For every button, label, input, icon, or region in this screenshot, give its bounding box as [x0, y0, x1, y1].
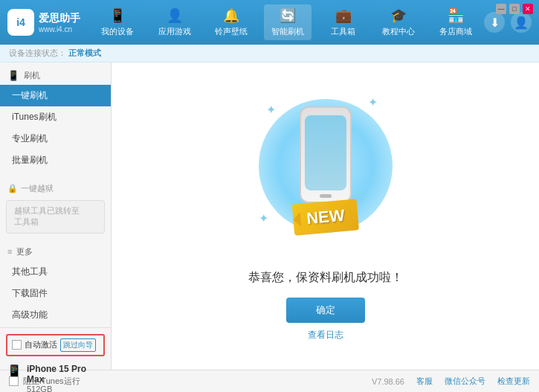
sidebar-group-flash-header: 📱 刷机 [0, 66, 111, 85]
close-button[interactable]: ✕ [523, 4, 533, 14]
log-link[interactable]: 查看日志 [308, 329, 343, 341]
phone-home-button [320, 194, 332, 198]
nav-flash-label: 智能刷机 [271, 26, 304, 37]
status-prefix: 设备连接状态： [9, 48, 66, 57]
status-value: 正常模式 [68, 48, 101, 57]
logo-icon: i4 [7, 9, 34, 36]
new-ribbon: NEW [291, 199, 359, 235]
sidebar: 📱 刷机 一键刷机 iTunes刷机 专业刷机 批量刷机 🔒 一键越狱 越狱工具… [0, 62, 112, 370]
sidebar-item-batch-flash[interactable]: 批量刷机 [0, 150, 111, 171]
footer-right: V7.98.66 客服 微信公众号 检查更新 [372, 376, 530, 387]
sidebar-section-more: ≡ 更多 其他工具 下载固件 高级功能 [0, 242, 111, 326]
phone-illustration: ✦ ✦ ✦ NEW [251, 91, 400, 255]
footer-link-update[interactable]: 检查更新 [497, 376, 530, 387]
nav-apps-games[interactable]: 👤 应用游戏 [151, 4, 199, 40]
sidebar-item-itunes-flash[interactable]: iTunes刷机 [0, 106, 111, 128]
locked-label: 一键越狱 [21, 183, 54, 194]
locked-hint: 越狱工具已跳转至 工具箱 [6, 200, 105, 234]
app-name: 爱思助手 [39, 12, 80, 25]
business-icon: 🏪 [448, 7, 464, 24]
stop-itunes-label: 阻止iTunes运行 [23, 376, 80, 387]
toolbox-icon: 💼 [335, 7, 352, 24]
logo-area: i4 爱思助手 www.i4.cn [7, 9, 89, 36]
phone-screen [305, 115, 346, 190]
auto-activate-row: 自动激活 跳过向导 [6, 334, 105, 356]
main-layout: 📱 刷机 一键刷机 iTunes刷机 专业刷机 批量刷机 🔒 一键越狱 越狱工具… [0, 62, 539, 370]
nav-toolbox-label: 工具箱 [331, 26, 355, 37]
skip-wizard-button[interactable]: 跳过向导 [60, 338, 96, 352]
footer-left: 阻止iTunes运行 [9, 376, 80, 387]
sidebar-item-other-tools[interactable]: 其他工具 [0, 261, 111, 283]
logo-text: 爱思助手 www.i4.cn [39, 12, 80, 33]
nav-my-device-label: 我的设备 [101, 26, 134, 37]
flash-group-icon: 📱 [7, 70, 19, 81]
sidebar-group-flash-label: 刷机 [24, 70, 40, 81]
nav-toolbox[interactable]: 💼 工具箱 [321, 4, 366, 40]
version-label: V7.98.66 [372, 377, 404, 386]
apps-icon: 👤 [167, 7, 183, 24]
minimize-button[interactable]: — [496, 4, 506, 14]
sidebar-item-download-firmware[interactable]: 下载固件 [0, 283, 111, 304]
sparkle-1-icon: ✦ [266, 103, 276, 117]
nav-ringtones-label: 铃声壁纸 [215, 26, 248, 37]
nav-tutorial-label: 教程中心 [382, 26, 415, 37]
nav-my-device[interactable]: 📱 我的设备 [94, 4, 141, 40]
nav-smart-flash[interactable]: 🔄 智能刷机 [264, 4, 312, 40]
header-right: ⬇ 👤 [484, 12, 532, 33]
new-ribbon-text: NEW [306, 205, 345, 227]
footer-link-service[interactable]: 客服 [416, 376, 433, 387]
my-device-icon: 📱 [109, 7, 126, 24]
new-banner: NEW [291, 199, 359, 235]
sparkle-3-icon: ✦ [259, 211, 268, 225]
logo-initial: i4 [16, 16, 25, 28]
app-header: i4 爱思助手 www.i4.cn 📱 我的设备 👤 应用游戏 🔔 铃声壁纸 🔄… [0, 0, 539, 45]
ringtone-icon: 🔔 [223, 7, 239, 24]
maximize-button[interactable]: □ [509, 4, 520, 14]
sparkle-2-icon: ✦ [368, 95, 378, 109]
lock-icon: 🔒 [7, 184, 18, 193]
sidebar-item-advanced[interactable]: 高级功能 [0, 304, 111, 326]
download-button[interactable]: ⬇ [484, 12, 505, 33]
success-title: 恭喜您，保资料刷机成功啦！ [248, 270, 403, 286]
auto-activate-label: 自动激活 [25, 339, 57, 350]
app-url: www.i4.cn [39, 25, 80, 33]
sidebar-group-more-label: 更多 [16, 246, 33, 257]
phone-body [300, 106, 352, 203]
window-controls: — □ ✕ [496, 4, 533, 14]
confirm-button[interactable]: 确定 [286, 298, 365, 323]
nav-bar: 📱 我的设备 👤 应用游戏 🔔 铃声壁纸 🔄 智能刷机 💼 工具箱 🎓 教程中心… [89, 4, 484, 40]
tutorial-icon: 🎓 [390, 7, 407, 24]
sidebar-item-pro-flash[interactable]: 专业刷机 [0, 128, 111, 150]
footer-link-wechat[interactable]: 微信公众号 [445, 376, 485, 387]
user-button[interactable]: 👤 [511, 12, 532, 33]
flash-icon: 🔄 [280, 7, 296, 24]
status-bar: 设备连接状态： 正常模式 [0, 45, 539, 62]
main-content: ✦ ✦ ✦ NEW 恭喜您，保资料刷机成功啦！ 确定 查看日志 [112, 62, 539, 370]
auto-activate-checkbox[interactable] [12, 340, 22, 350]
stop-itunes-checkbox[interactable] [9, 376, 19, 386]
nav-business[interactable]: 🏪 务店商域 [432, 4, 480, 40]
nav-tutorial[interactable]: 🎓 教程中心 [375, 4, 422, 40]
sidebar-section-jailbreak: 🔒 一键越狱 越狱工具已跳转至 工具箱 [0, 179, 111, 235]
sidebar-locked-jailbreak: 🔒 一键越狱 [0, 179, 111, 199]
nav-apps-label: 应用游戏 [158, 26, 191, 37]
sidebar-item-one-key-flash[interactable]: 一键刷机 [0, 85, 111, 106]
sidebar-group-more-header: ≡ 更多 [0, 242, 111, 261]
nav-business-label: 务店商域 [439, 26, 472, 37]
nav-ringtones[interactable]: 🔔 铃声壁纸 [207, 4, 255, 40]
sidebar-section-flash: 📱 刷机 一键刷机 iTunes刷机 专业刷机 批量刷机 [0, 66, 111, 171]
